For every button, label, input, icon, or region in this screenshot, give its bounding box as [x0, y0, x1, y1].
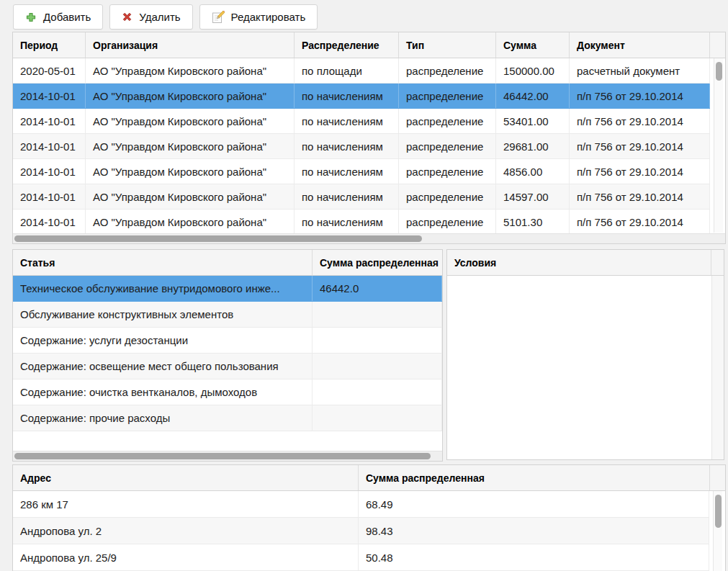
conditions-scrollbar-track[interactable] [711, 276, 724, 459]
column-header-article-sum[interactable]: Сумма распределенная [313, 250, 442, 275]
column-header-article[interactable]: Статья [13, 250, 313, 275]
cell-sum: 53401.00 [496, 109, 570, 133]
table-row[interactable]: Обслуживание конструктивных элементов [13, 302, 442, 328]
cell-doc: п/п 756 от 29.10.2014 [570, 210, 710, 233]
table-row[interactable]: Содержание: услуги дезостанции [13, 328, 442, 354]
delete-button[interactable]: Удалить [109, 4, 192, 30]
articles-grid-header: Статья Сумма распределенная [13, 250, 442, 276]
horizontal-scrollbar-thumb[interactable] [14, 453, 431, 459]
cell-sum [313, 379, 442, 405]
edit-button-label: Редактировать [231, 11, 306, 23]
add-button[interactable]: Добавить [13, 4, 103, 30]
cell-type: распределение [399, 184, 496, 209]
cell-period: 2014-10-01 [13, 134, 86, 158]
table-row[interactable]: Содержание: очистка вентканалов, дымоход… [13, 379, 442, 405]
table-row[interactable]: Андропова ул. 25/950.48 [13, 544, 709, 571]
vertical-scrollbar[interactable] [713, 491, 722, 571]
vertical-scrollbar[interactable] [714, 58, 723, 233]
table-row[interactable]: 2014-10-01АО "Управдом Кировского района… [13, 84, 710, 109]
cell-sum: 5101.30 [496, 210, 570, 233]
table-row[interactable]: 286 км 1768.49 [13, 491, 709, 518]
column-header-period[interactable]: Период [13, 32, 86, 58]
table-row[interactable]: Техническое обслуживание внутридомового … [13, 276, 442, 302]
edit-button[interactable]: Редактировать [199, 4, 318, 30]
cell-period: 2014-10-01 [13, 159, 86, 184]
toolbar: Добавить Удалить Редактир [13, 4, 318, 30]
column-header-type[interactable]: Тип [399, 32, 496, 58]
cell-dist: по начислениям [295, 109, 399, 133]
cell-sum [313, 405, 442, 431]
table-row[interactable]: 2020-05-01АО "Управдом Кировского района… [13, 58, 710, 84]
column-header-dist[interactable]: Распределение [295, 32, 399, 58]
conditions-panel: Условия [446, 249, 724, 460]
cell-period: 2014-10-01 [13, 210, 86, 233]
delete-x-icon [122, 12, 132, 22]
column-header-org[interactable]: Организация [86, 32, 295, 58]
cell-sum: 14597.00 [496, 184, 570, 209]
cell-sum [313, 302, 442, 327]
horizontal-scrollbar[interactable] [13, 233, 725, 243]
cell-sum [313, 328, 442, 353]
cell-address: Андропова ул. 2 [13, 518, 359, 544]
cell-doc: расчетный документ [570, 58, 710, 83]
cell-sum: 46442.0 [313, 276, 442, 301]
cell-org: АО "Управдом Кировского района" [86, 159, 295, 184]
cell-period: 2020-05-01 [13, 58, 86, 83]
cell-doc: п/п 756 от 29.10.2014 [570, 159, 710, 184]
column-header-sum[interactable]: Сумма [496, 32, 570, 58]
cell-doc: п/п 756 от 29.10.2014 [570, 184, 710, 209]
table-row[interactable]: 2014-10-01АО "Управдом Кировского района… [13, 109, 710, 134]
cell-address: 286 км 17 [13, 491, 359, 517]
cell-type: распределение [399, 210, 496, 233]
vertical-scrollbar-thumb[interactable] [715, 495, 722, 528]
header-scrollbar-spacer [710, 32, 725, 58]
table-row[interactable]: 2014-10-01АО "Управдом Кировского района… [13, 210, 710, 233]
cell-type: распределение [399, 159, 496, 184]
cell-org: АО "Управдом Кировского района" [86, 210, 295, 233]
cell-article: Содержание: прочие расходы [13, 405, 313, 431]
cell-org: АО "Управдом Кировского района" [86, 84, 295, 108]
vertical-scrollbar-thumb[interactable] [716, 62, 722, 81]
cell-org: АО "Управдом Кировского района" [86, 58, 295, 83]
cell-dist: по начислениям [295, 184, 399, 209]
column-header-doc[interactable]: Документ [570, 32, 710, 58]
column-header-conditions[interactable]: Условия [447, 250, 711, 275]
cell-address: Андропова ул. 25/9 [13, 544, 359, 570]
plus-icon [25, 12, 37, 23]
cell-sum: 4856.00 [496, 159, 570, 184]
table-row[interactable]: Андропова ул. 298.43 [13, 518, 709, 544]
cell-sum: 29681.00 [496, 134, 570, 158]
column-header-address-sum[interactable]: Сумма распределенная [359, 465, 710, 490]
cell-article: Содержание: освещение мест общего пользо… [13, 354, 313, 379]
cell-dist: по начислениям [295, 134, 399, 158]
cell-sum: 46442.00 [496, 84, 570, 108]
cell-article: Содержание: услуги дезостанции [13, 328, 313, 353]
horizontal-scrollbar-thumb[interactable] [14, 235, 422, 242]
cell-sum [313, 354, 442, 379]
table-row[interactable]: 2014-10-01АО "Управдом Кировского района… [13, 134, 710, 159]
header-scrollbar-spacer [710, 465, 725, 490]
table-row[interactable]: 2014-10-01АО "Управдом Кировского района… [13, 159, 710, 184]
table-row[interactable]: 2014-10-01АО "Управдом Кировского района… [13, 184, 710, 210]
cell-doc: п/п 756 от 29.10.2014 [570, 134, 710, 158]
cell-article: Обслуживание конструктивных элементов [13, 302, 313, 327]
horizontal-scrollbar[interactable] [13, 451, 442, 461]
addresses-grid-body: 286 км 1768.49Андропова ул. 298.43Андроп… [13, 491, 709, 571]
articles-grid: Статья Сумма распределенная Техническое … [12, 249, 443, 462]
cell-type: распределение [399, 109, 496, 133]
cell-dist: по начислениям [295, 210, 399, 233]
table-row[interactable]: Содержание: прочие расходы [13, 405, 442, 431]
cell-period: 2014-10-01 [13, 109, 86, 133]
table-row[interactable]: Содержание: освещение мест общего пользо… [13, 354, 442, 379]
cell-period: 2014-10-01 [13, 184, 86, 209]
add-button-label: Добавить [43, 11, 91, 23]
pencil-edit-icon [212, 11, 225, 24]
cell-org: АО "Управдом Кировского района" [86, 109, 295, 133]
cell-sum: 150000.00 [496, 58, 570, 83]
cell-dist: по начислениям [295, 84, 399, 108]
column-header-address[interactable]: Адрес [13, 465, 359, 490]
addresses-grid-header: Адрес Сумма распределенная [13, 465, 725, 491]
cell-sum: 98.43 [359, 518, 709, 544]
cell-article: Содержание: очистка вентканалов, дымоход… [13, 379, 313, 405]
cell-type: распределение [399, 134, 496, 158]
